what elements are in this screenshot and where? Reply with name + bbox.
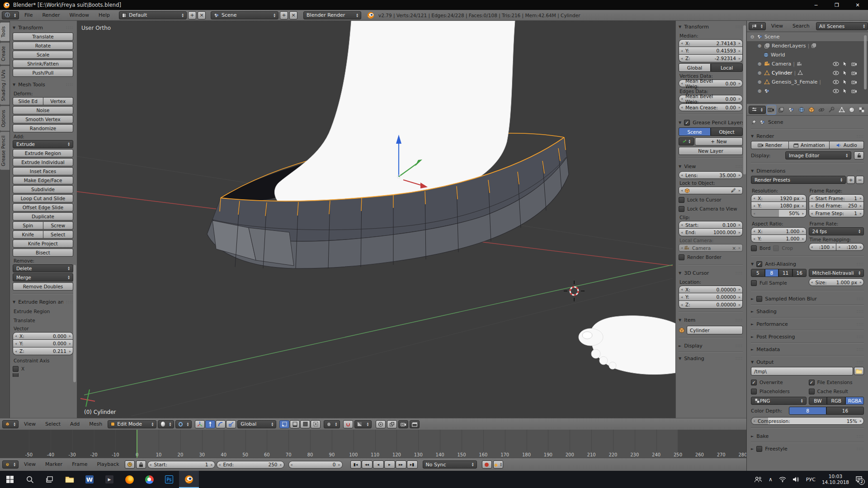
tab-world[interactable] [797,105,806,114]
edge-bevel-weight-field[interactable]: Mean Bevel Weig:0.00 [679,95,743,103]
inset-faces-button[interactable]: Inset Faces [13,167,73,175]
opengl-render-button[interactable] [398,420,408,428]
full-sample-checkbox[interactable] [751,280,757,286]
tab-shading-uvs[interactable]: Shading / UVs [0,66,9,105]
editor-type-timeline[interactable] [2,460,19,469]
tab-data[interactable] [837,105,846,114]
outliner-row-genesis[interactable]: ⊕ Genesis_3_Female| [747,77,868,86]
selectability-cursor-icon[interactable] [843,70,847,75]
previous-keyframe-button[interactable]: ◂◂ [362,460,373,469]
resolution-y-field[interactable]: Y:1080 px [751,202,807,210]
visibility-eye-icon[interactable] [833,80,839,84]
tab-create[interactable]: Create [0,42,9,65]
bw-toggle[interactable]: BW [809,397,827,405]
menu-window[interactable]: Window [66,10,93,21]
taskbar-photoshop[interactable]: Ps [159,471,179,488]
viewport-3d[interactable]: User Ortho (0) Cylinder [77,21,675,418]
jump-to-end-button[interactable]: ▸▮ [407,460,418,469]
delete-scene-button[interactable]: × [289,11,297,19]
extrude-region-button[interactable]: Extrude Region [13,149,73,157]
gizmo-center-button[interactable] [376,420,386,428]
start-frame-field[interactable]: Start Frame:1 [809,194,864,202]
outliner-scope-selector[interactable]: All Scenes [816,22,868,30]
render-presets-menu[interactable]: Render Presets [751,176,846,184]
gp-new-button[interactable]: +New [695,137,743,145]
constraint-x-checkbox[interactable] [13,366,19,372]
spin-button[interactable]: Spin [13,221,43,230]
minimize-button[interactable]: ─ [806,0,826,10]
panel-sampled-motion-blur[interactable]: Sampled Motion Blur [751,294,864,304]
frame-end-field[interactable]: End:250 [217,461,284,469]
editor-type-outliner[interactable] [749,22,766,30]
panel-metadata[interactable]: Metadata [751,344,864,354]
sync-mode-selector[interactable]: No Sync [423,460,477,469]
keying-set-button[interactable]: ◆ [493,460,504,469]
aa-samples-11[interactable]: 11 [778,269,793,277]
extrude-menu[interactable]: Extrude [13,140,73,148]
face-select-button[interactable] [300,420,310,428]
panel-render[interactable]: Render [751,131,864,141]
median-z-field[interactable]: Z:-2.92314 [679,55,743,62]
orientation-selector[interactable]: Global [237,420,276,428]
menu-file[interactable]: File [20,10,37,21]
renderability-camera-icon[interactable] [851,70,857,75]
tab-render-layers[interactable] [777,105,786,114]
median-x-field[interactable]: X:2.74143 [679,39,743,47]
tab-object[interactable] [807,105,816,114]
manipulator-scale-button[interactable] [226,420,236,428]
knife-project-button[interactable]: Knife Project [13,239,73,248]
subdivide-button[interactable]: Subdivide [13,185,73,193]
display-lock-button[interactable] [854,151,864,160]
notification-center[interactable]: 2 [855,476,863,483]
remap-new-field[interactable]: :100 [836,243,864,251]
motion-blur-checkbox[interactable] [756,296,762,302]
panel-mesh-tools[interactable]: Mesh Tools [13,80,73,89]
renderability-camera-icon[interactable] [851,61,857,66]
renderability-camera-icon[interactable] [851,80,857,84]
new-layer-button[interactable]: New Layer [679,147,743,155]
aspect-y-field[interactable]: Y:1.000 [751,235,807,243]
v3d-menu-select[interactable]: Select [41,419,65,430]
shrink-fatten-button[interactable]: Shrink/Fatten [13,60,73,68]
remove-preset-button[interactable]: − [856,176,864,184]
knife-select-button[interactable]: Select [43,230,74,239]
editor-type-info[interactable]: ⓘ [2,11,19,19]
v3d-menu-mesh[interactable]: Mesh [85,419,106,430]
duplicate-button[interactable]: Duplicate [13,212,73,221]
taskbar-media-app[interactable]: ▶ [99,471,119,488]
vertex-select-button[interactable] [279,420,289,428]
clock[interactable]: 10:03 14.10.2018 [822,474,849,485]
tl-menu-view[interactable]: View [20,459,40,470]
panel-operator[interactable]: Extrude Region and [13,297,73,307]
aspect-x-field[interactable]: X:1.000 [751,227,807,235]
manipulator-axes-button[interactable] [195,420,205,428]
panel-output[interactable]: Output [751,357,864,367]
panel-shading[interactable]: Shading [679,353,743,363]
offset-edge-slide-button[interactable]: Offset Edge Slide [13,203,73,211]
make-edge-face-button[interactable]: Make Edge/Face [13,176,73,184]
constraint-y-checkbox[interactable] [13,373,19,377]
lock-frame-toggle[interactable] [136,460,146,469]
screw-button[interactable]: Screw [43,221,74,230]
outliner-row-scene[interactable]: ⊖ Scene [747,32,868,41]
rotate-button[interactable]: Rotate [13,42,73,50]
taskbar-blender[interactable] [179,471,199,488]
local-toggle[interactable]: Local [711,63,743,72]
tl-menu-frame[interactable]: Frame [68,459,91,470]
cursor-y-field[interactable]: Y:0.00000 [679,293,743,301]
vertex-slide-button[interactable]: Vertex [43,97,74,105]
outliner-row-renderlayers[interactable]: ⊕ RenderLayers| [747,41,868,50]
add-layout-button[interactable]: + [188,11,196,19]
viewport-shading-selector[interactable] [158,420,174,428]
browse-output-button[interactable] [854,367,864,375]
vector-z-field[interactable]: Z:0.211 [13,347,73,355]
lens-field[interactable]: Lens:35.000 [679,171,743,179]
aa-samples-8[interactable]: 8 [765,269,779,277]
timeline-body[interactable]: -50-40-30-20-100102030405060708090100110… [0,430,746,458]
taskbar-chrome[interactable] [139,471,159,488]
aa-samples-5[interactable]: 5 [751,269,765,277]
proportional-edit-selector[interactable] [324,420,340,428]
screen-layout-selector[interactable]: Default [119,11,187,19]
editor-type-properties[interactable] [749,106,766,114]
current-frame-field[interactable]: 0 [288,461,343,469]
